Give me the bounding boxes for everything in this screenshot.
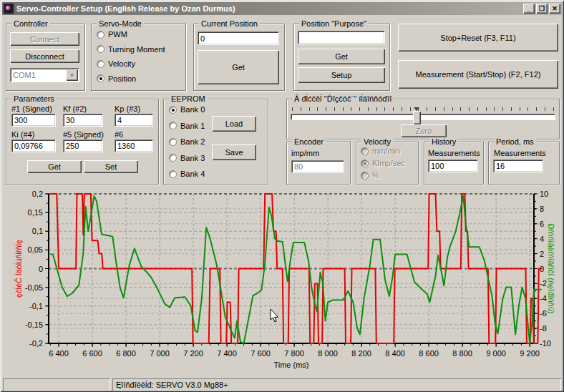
measurement-chart: 6 4006 6006 8007 0007 2007 4007 6007 800… (0, 187, 564, 376)
param4-input[interactable]: 0,09766 (11, 139, 56, 152)
svg-text:-10: -10 (540, 339, 551, 348)
period-input[interactable]: 16 (493, 160, 543, 172)
svg-text:9 000: 9 000 (486, 349, 506, 358)
radio-button-icon[interactable] (169, 170, 177, 178)
servo-mode-radios-option-pwm[interactable]: PWM (97, 30, 183, 39)
controller-group-label: Controller (11, 19, 50, 28)
velocity-radios: mm/minKImp/sec% (361, 147, 414, 180)
window-title: Servo-Controller Setup (English Release … (14, 4, 235, 13)
radio-label: Bank 2 (180, 137, 205, 146)
velocity-radios-option-kimp-sec: KImp/sec (361, 159, 414, 167)
radio-button-icon[interactable] (169, 154, 177, 162)
radio-label: mm/min (372, 147, 400, 155)
param3-input[interactable]: 4 (115, 114, 153, 127)
radio-button-icon[interactable] (169, 106, 177, 114)
svg-text:9 200: 9 200 (520, 349, 540, 358)
radio-button-icon (361, 147, 369, 155)
current-position-input[interactable]: 0 (198, 31, 279, 45)
encoder-unit-label: imp/mm (291, 149, 319, 157)
radio-button-icon[interactable] (97, 45, 104, 53)
current-position-get-button[interactable]: Get (198, 50, 279, 84)
servo-mode-radios-option-turning-moment[interactable]: Turning Moment (97, 45, 183, 54)
eeprom-bank-radios-option-bank-0[interactable]: Bank 0 (169, 105, 212, 114)
position-purpose-group-label: Position "Purpose" (299, 19, 369, 28)
radio-button-icon[interactable] (97, 31, 104, 39)
history-sub-label: Measurements (428, 149, 480, 157)
radio-label: % (372, 171, 379, 180)
svg-text:0: 0 (39, 265, 43, 273)
svg-text:7 800: 7 800 (284, 349, 304, 358)
radio-button-icon (361, 160, 369, 167)
svg-text:-6: -6 (540, 309, 547, 318)
radio-button-icon[interactable] (97, 74, 104, 82)
history-input[interactable]: 100 (428, 160, 478, 172)
radio-label: Position (108, 74, 136, 83)
param4-label: Ki (#4) (11, 130, 34, 139)
position-purpose-get-button[interactable]: Get (298, 49, 385, 64)
svg-text:-0,15: -0,15 (25, 320, 43, 329)
velocity-radios-option-mm-min: mm/min (361, 147, 414, 155)
measurement-button[interactable]: Measurement (Start/Stop) (F2, F12) (398, 60, 558, 89)
svg-text:-0,1: -0,1 (29, 302, 43, 310)
radio-button-icon[interactable] (169, 138, 177, 146)
title-bar[interactable]: Servo-Controller Setup (English Release … (2, 2, 562, 15)
connect-button: Connect (10, 32, 79, 46)
param1-input[interactable]: 300 (11, 114, 56, 127)
com-port-combobox: COM1 ▼ (10, 68, 79, 82)
eeprom-bank-radios: Bank 0Bank 1Bank 2Bank 3Bank 4 (169, 105, 212, 178)
maximize-icon[interactable]: ❐ (536, 4, 548, 14)
radio-label: Bank 3 (180, 154, 205, 162)
svg-text:7 200: 7 200 (183, 349, 203, 358)
servo-mode-radios-option-velocity[interactable]: Velocity (97, 59, 183, 68)
param2-input[interactable]: 30 (63, 114, 103, 127)
disconnect-button[interactable]: Disconnect (10, 49, 79, 63)
radio-button-icon[interactable] (169, 122, 177, 129)
parameters-set-button[interactable]: Set (84, 160, 138, 173)
svg-text:8: 8 (540, 205, 544, 213)
stop-reset-button[interactable]: Stop+Reset (F3, F11) (398, 24, 558, 52)
radio-button-icon[interactable] (97, 60, 104, 68)
eeprom-bank-radios-option-bank-3[interactable]: Bank 3 (169, 154, 212, 162)
history-group-label: History (429, 137, 458, 146)
param5-label: #5 (Signed) (63, 130, 104, 139)
svg-text:4: 4 (540, 235, 544, 243)
slider-track[interactable] (291, 114, 555, 120)
radio-label: Bank 0 (180, 105, 205, 114)
svg-text:6: 6 (540, 220, 544, 228)
slider-thumb[interactable] (413, 111, 421, 124)
param5-input[interactable]: 250 (63, 139, 103, 152)
svg-text:0,15: 0,15 (28, 208, 43, 217)
period-sub-label: Measurements (494, 149, 546, 157)
minimize-icon[interactable]: _ (523, 4, 535, 14)
servo-mode-radios-option-position[interactable]: Position (97, 74, 183, 83)
svg-text:8 200: 8 200 (351, 349, 371, 358)
position-purpose-input[interactable] (298, 31, 385, 44)
eeprom-bank-radios-option-bank-1[interactable]: Bank 1 (169, 122, 212, 130)
period-group-label: Period, ms (494, 137, 536, 146)
parameters-get-button[interactable]: Get (27, 160, 82, 173)
radio-label: Bank 1 (180, 122, 205, 130)
param6-input[interactable]: 1360 (115, 139, 153, 152)
chart-panel: 6 4006 6006 8007 0007 2007 4007 6007 800… (0, 187, 564, 376)
app-icon (4, 4, 14, 14)
eeprom-load-button[interactable]: Load (212, 116, 256, 132)
svg-text:8 600: 8 600 (419, 349, 439, 358)
svg-text:8 800: 8 800 (452, 349, 472, 358)
svg-text:-0,05: -0,05 (25, 283, 43, 292)
parameters-group-label: Parameters (11, 94, 57, 103)
svg-text:6 400: 6 400 (49, 349, 69, 358)
svg-text:10: 10 (540, 190, 548, 198)
svg-text:0,05: 0,05 (28, 245, 43, 254)
eeprom-save-button[interactable]: Save (212, 144, 256, 160)
servo-mode-group-label: Servo-Mode (97, 19, 144, 28)
position-purpose-setup-button[interactable]: Setup (298, 67, 385, 83)
param2-label: Kf (#2) (63, 104, 87, 113)
radio-button-icon (361, 172, 369, 180)
svg-text:Time (ms): Time (ms) (273, 361, 308, 369)
svg-text:0,2: 0,2 (32, 190, 43, 198)
svg-text:8 400: 8 400 (385, 349, 405, 358)
zero-button: Zero (401, 124, 447, 137)
close-icon[interactable]: ✕ (549, 4, 560, 14)
eeprom-bank-radios-option-bank-2[interactable]: Bank 2 (169, 137, 212, 146)
eeprom-bank-radios-option-bank-4[interactable]: Bank 4 (169, 170, 212, 178)
